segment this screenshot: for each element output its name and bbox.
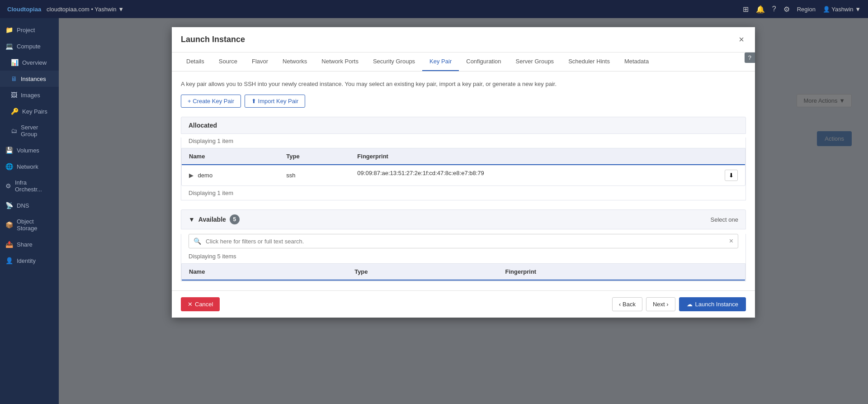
modal-footer: ✕ Cancel ‹ Back Next › ☁ Launch Instance <box>172 290 755 318</box>
tab-server-groups[interactable]: Server Groups <box>509 52 561 71</box>
modal-body: A key pair allows you to SSH into your n… <box>172 71 755 290</box>
available-table: Name Type Fingerprint <box>182 264 745 280</box>
tab-source[interactable]: Source <box>212 52 245 71</box>
grid-icon[interactable]: ⊞ <box>743 5 749 14</box>
domain-label: cloudtopiaa.com • Yashwin ▼ <box>47 6 124 13</box>
available-col-type: Type <box>347 264 498 280</box>
search-clear-icon[interactable]: × <box>725 234 738 248</box>
available-section: ▼ Available 5 Select one 🔍 × <box>181 209 746 281</box>
allocated-header: Allocated <box>181 117 746 134</box>
sidebar-item-server-group[interactable]: 🗂 Server Group <box>0 119 59 142</box>
info-text: A key pair allows you to SSH into your n… <box>181 81 746 87</box>
tab-key-pair[interactable]: Key Pair <box>422 52 459 71</box>
bell-icon[interactable]: 🔔 <box>756 5 765 14</box>
expand-icon[interactable]: ▶ <box>189 172 193 179</box>
sidebar-item-dns[interactable]: 📡 DNS <box>0 197 59 214</box>
sidebar-item-compute[interactable]: 💻 Compute <box>0 38 59 54</box>
available-count: Displaying 5 items <box>189 253 738 260</box>
allocated-row-type: ssh <box>279 165 350 185</box>
sidebar-item-overview[interactable]: 📊 Overview <box>0 54 59 71</box>
launch-instance-button[interactable]: ☁ Launch Instance <box>679 297 746 311</box>
tab-scheduler-hints[interactable]: Scheduler Hints <box>561 52 617 71</box>
sidebar-label-dns: DNS <box>17 202 29 209</box>
network-icon: 🌐 <box>5 163 13 170</box>
sidebar-item-volumes[interactable]: 💾 Volumes <box>0 142 59 158</box>
sidebar-item-project[interactable]: 📁 Project <box>0 22 59 38</box>
tab-metadata[interactable]: Metadata <box>617 52 656 71</box>
images-icon: 🖼 <box>11 91 17 99</box>
dns-icon: 📡 <box>5 202 13 209</box>
available-header: ▼ Available 5 Select one <box>181 209 746 229</box>
cancel-icon: ✕ <box>188 301 193 308</box>
allocated-inner: Displaying 1 item Name Type Fingerprint <box>181 138 746 200</box>
modal-tabs: Details Source Flavor Networks Network P… <box>172 52 755 71</box>
sidebar-item-key-pairs[interactable]: 🔑 Key Pairs <box>0 103 59 119</box>
main-layout: 📁 Project 💻 Compute 📊 Overview 🖥 Instanc… <box>0 18 868 404</box>
sidebar-item-identity[interactable]: 👤 Identity <box>0 252 59 269</box>
download-key-button[interactable]: ⬇ <box>725 170 738 181</box>
available-title: ▼ Available 5 <box>189 214 240 224</box>
allocated-count: Displaying 1 item <box>189 138 738 144</box>
allocated-table-container: Name Type Fingerprint ▶ <box>181 148 745 186</box>
available-col-name: Name <box>182 264 347 280</box>
tab-networks[interactable]: Networks <box>275 52 314 71</box>
import-key-pair-button[interactable]: ⬆ Import Key Pair <box>245 95 305 108</box>
identity-icon: 👤 <box>5 257 13 264</box>
launch-label: Launch Instance <box>695 301 738 308</box>
available-table-header-row: Name Type Fingerprint <box>182 264 745 280</box>
modal-help-button[interactable]: ? <box>745 52 755 63</box>
sidebar-item-images[interactable]: 🖼 Images <box>0 87 59 103</box>
user-menu[interactable]: 👤 Yashwin ▼ <box>823 6 861 13</box>
project-icon: 📁 <box>5 26 13 33</box>
tab-flavor[interactable]: Flavor <box>245 52 275 71</box>
sidebar-label-instances: Instances <box>21 76 46 82</box>
cancel-button[interactable]: ✕ Cancel <box>181 297 220 311</box>
sidebar-label-volumes: Volumes <box>17 147 39 154</box>
allocated-col-type: Type <box>279 148 350 165</box>
table-row: ▶ demo ssh 09:09:87:ae:13:51:27:2e:1f:cd… <box>182 165 745 185</box>
compute-icon: 💻 <box>5 43 13 50</box>
tab-network-ports[interactable]: Network Ports <box>314 52 366 71</box>
select-one-label: Select one <box>711 216 738 223</box>
allocated-row-fingerprint: 09:09:87:ae:13:51:27:2e:1f:cd:47:8c:e8:e… <box>350 165 745 185</box>
instances-icon: 🖥 <box>11 75 17 82</box>
chevron-down-icon[interactable]: ▼ <box>189 216 195 223</box>
tab-details[interactable]: Details <box>179 52 212 71</box>
infra-orch-icon: ⚙ <box>5 182 11 190</box>
sidebar-item-share[interactable]: 📤 Share <box>0 236 59 252</box>
tab-security-groups[interactable]: Security Groups <box>366 52 422 71</box>
tab-configuration[interactable]: Configuration <box>459 52 508 71</box>
sidebar-item-network[interactable]: 🌐 Network <box>0 158 59 175</box>
allocated-section: Allocated Displaying 1 item Name Type <box>181 117 746 200</box>
question-icon[interactable]: ? <box>772 5 776 13</box>
search-icon: 🔍 <box>189 235 206 247</box>
sidebar-item-infra-orch[interactable]: ⚙ Infra Orchestr... <box>0 175 59 197</box>
allocated-footer: Displaying 1 item <box>181 186 745 200</box>
sidebar-label-images: Images <box>21 92 40 99</box>
object-storage-icon: 📦 <box>5 221 13 228</box>
region-selector[interactable]: Region <box>797 6 816 13</box>
launch-icon: ☁ <box>687 301 693 308</box>
modal-title: Launch Instance <box>181 35 245 44</box>
sidebar: 📁 Project 💻 Compute 📊 Overview 🖥 Instanc… <box>0 18 59 404</box>
sidebar-item-instances[interactable]: 🖥 Instances <box>0 71 59 87</box>
sidebar-label-server-group: Server Group <box>21 124 53 138</box>
settings-icon[interactable]: ⚙ <box>783 5 790 14</box>
search-bar[interactable]: 🔍 × <box>189 234 738 248</box>
allocated-table: Name Type Fingerprint ▶ <box>182 148 745 185</box>
available-table-container: Name Type Fingerprint <box>181 263 745 281</box>
create-key-pair-button[interactable]: + Create Key Pair <box>181 95 241 108</box>
volumes-icon: 💾 <box>5 147 13 154</box>
allocated-table-header-row: Name Type Fingerprint <box>182 148 745 165</box>
sidebar-label-infra-orch: Infra Orchestr... <box>15 179 53 193</box>
sidebar-label-key-pairs: Key Pairs <box>22 108 47 115</box>
back-button[interactable]: ‹ Back <box>612 297 642 311</box>
topbar-left: Cloudtopiaa cloudtopiaa.com • Yashwin ▼ <box>7 6 124 13</box>
server-group-icon: 🗂 <box>11 127 17 134</box>
sidebar-label-network: Network <box>17 163 38 170</box>
sidebar-item-object-storage[interactable]: 📦 Object Storage <box>0 214 59 236</box>
search-input[interactable] <box>206 238 725 245</box>
next-button[interactable]: Next › <box>646 297 675 311</box>
overview-icon: 📊 <box>11 59 19 66</box>
modal-close-button[interactable]: × <box>737 34 746 45</box>
